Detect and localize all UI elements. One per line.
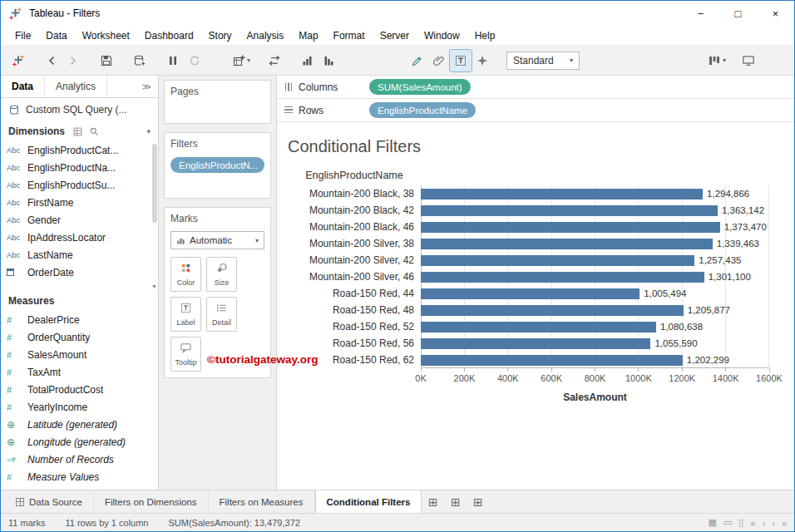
sheet-tab-conditional-filters[interactable]: Conditional Filters	[315, 490, 422, 513]
columns-shelf[interactable]: Columns SUM(SalesAmount)	[277, 76, 794, 99]
fix-axes-button[interactable]	[472, 50, 493, 71]
presentation-mode-button[interactable]	[738, 50, 759, 71]
highlight-button[interactable]	[407, 50, 428, 71]
field-salesamount[interactable]: #SalesAmount	[1, 346, 158, 363]
next-sheet-button[interactable]: ›	[772, 518, 775, 528]
jump-last-sheet-button[interactable]: »	[782, 518, 787, 528]
field-yearlyincome[interactable]: #YearlyIncome	[1, 398, 158, 416]
undo-button[interactable]	[41, 50, 62, 71]
pages-card[interactable]: Pages	[164, 80, 271, 124]
menu-server[interactable]: Server	[373, 26, 417, 45]
bar[interactable]	[421, 338, 650, 349]
tab-data[interactable]: Data	[1, 76, 45, 97]
bar[interactable]	[421, 355, 683, 366]
chart-bar-row[interactable]: Mountain-200 Black, 461,373,470	[288, 219, 769, 235]
collapse-pane-icon[interactable]: ≫	[141, 81, 158, 92]
dimensions-scrollbar[interactable]: ▼	[151, 141, 158, 291]
rows-pill[interactable]: EnglishProductName	[369, 102, 476, 118]
scrollbar-down-icon[interactable]: ▼	[151, 282, 158, 291]
show-mark-labels-button[interactable]	[450, 50, 472, 71]
new-dashboard-tab-button[interactable]: ⊞	[444, 490, 467, 513]
new-story-tab-button[interactable]: ⊞	[467, 490, 489, 513]
minimize-button[interactable]: −	[682, 1, 719, 26]
field-englishproductcat-[interactable]: AbcEnglishProductCat...	[1, 141, 158, 159]
chart-bar-row[interactable]: Mountain-200 Silver, 461,301,100	[288, 268, 769, 285]
jump-first-sheet-button[interactable]: «	[750, 518, 755, 528]
menu-story[interactable]: Story	[201, 26, 239, 45]
sheet-tab-filters-on-dimensions[interactable]: Filters on Dimensions	[94, 490, 209, 513]
chart-bar-row[interactable]: Road-150 Red, 441,005,494	[288, 285, 769, 302]
field-firstname[interactable]: AbcFirstName	[1, 194, 158, 211]
previous-sheet-button[interactable]: ‹	[763, 518, 766, 528]
pause-auto-updates-button[interactable]	[162, 50, 184, 71]
columns-pill[interactable]: SUM(SalesAmount)	[369, 79, 471, 95]
bar[interactable]	[421, 255, 694, 266]
chart-bar-row[interactable]: Road-150 Red, 521,080,638	[288, 318, 769, 335]
view-data-grid-icon[interactable]	[72, 126, 83, 137]
new-worksheet-tab-button[interactable]: ⊞	[422, 490, 444, 513]
rows-shelf[interactable]: Rows EnglishProductName	[277, 99, 794, 122]
filmstrip-icon[interactable]: ▭	[723, 517, 732, 528]
sheet-tab-data-source[interactable]: Data Source	[5, 490, 94, 513]
fit-mode-select[interactable]: Standard ▾	[506, 52, 580, 70]
field-lastname[interactable]: AbcLastName	[1, 246, 158, 264]
field-measure-values[interactable]: #Measure Values	[1, 468, 158, 485]
swap-rows-and-columns-button[interactable]	[264, 50, 285, 71]
search-icon[interactable]	[89, 126, 100, 137]
color-button[interactable]: Color	[170, 257, 201, 292]
size-button[interactable]: Size	[206, 257, 237, 292]
field-orderdate[interactable]: OrderDate	[1, 264, 158, 281]
label-button[interactable]: Label	[170, 297, 201, 332]
field-englishproductsu-[interactable]: AbcEnglishProductSu...	[1, 176, 158, 194]
field-gender[interactable]: AbcGender	[1, 211, 158, 229]
maximize-button[interactable]: □	[719, 1, 757, 26]
chart-bar-row[interactable]: Road-150 Red, 481,205,877	[288, 302, 769, 318]
field-latitude-generated-[interactable]: ⊕Latitude (generated)	[1, 416, 158, 433]
menu-format[interactable]: Format	[326, 26, 373, 45]
field-totalproductcost[interactable]: #TotalProductCost	[1, 381, 158, 398]
menu-analysis[interactable]: Analysis	[239, 26, 292, 45]
menu-data[interactable]: Data	[38, 26, 74, 45]
bar[interactable]	[421, 322, 656, 332]
dimensions-menu-caret-icon[interactable]: ▾	[146, 127, 151, 135]
show-tabs-icon[interactable]: ▯	[738, 517, 743, 528]
new-worksheet-button[interactable]: ▾	[230, 50, 252, 71]
chart-bar-row[interactable]: Mountain-200 Silver, 421,257,435	[288, 252, 769, 268]
sort-descending-button[interactable]	[318, 50, 340, 71]
bar[interactable]	[421, 222, 720, 233]
bar[interactable]	[421, 288, 639, 299]
bar[interactable]	[421, 205, 718, 216]
menu-worksheet[interactable]: Worksheet	[75, 26, 137, 45]
bar[interactable]	[421, 239, 713, 249]
detail-button[interactable]: Detail	[206, 297, 237, 332]
chart-bar-row[interactable]: Mountain-200 Black, 421,363,142	[288, 202, 769, 219]
field-dealerprice[interactable]: #DealerPrice	[1, 311, 158, 328]
filters-card[interactable]: Filters EnglishProductN...	[164, 132, 271, 199]
run-auto-updates-button[interactable]	[184, 50, 205, 71]
sort-ascending-button[interactable]	[297, 50, 318, 71]
chart-bar-row[interactable]: Mountain-200 Silver, 381,339,463	[288, 235, 769, 252]
x-axis[interactable]: 0K200K400K600K800K1000K1200K1400K1600K	[421, 368, 769, 387]
data-source-item[interactable]: Custom SQL Query (...	[1, 98, 158, 121]
scrollbar-thumb[interactable]	[152, 144, 157, 223]
new-data-source-button[interactable]	[129, 50, 151, 71]
menu-dashboard[interactable]: Dashboard	[137, 26, 201, 45]
group-members-button[interactable]	[428, 50, 450, 71]
redo-button[interactable]	[62, 50, 84, 71]
mark-type-select[interactable]: Automatic ▾	[170, 231, 264, 249]
sheet-sorter-icon[interactable]: ▦	[709, 517, 717, 528]
filter-pill[interactable]: EnglishProductN...	[170, 157, 264, 173]
field-taxamt[interactable]: #TaxAmt	[1, 363, 158, 381]
bar[interactable]	[421, 189, 703, 200]
field-longitude-generated-[interactable]: ⊕Longitude (generated)	[1, 433, 158, 451]
field-ipaddresslocator[interactable]: AbcIpAddressLocator	[1, 229, 158, 246]
save-button[interactable]	[96, 50, 117, 71]
chart-bar-row[interactable]: Road-150 Red, 561,055,590	[288, 335, 769, 352]
sheet-tab-filters-on-measures[interactable]: Filters on Measures	[209, 490, 315, 513]
field-orderquantity[interactable]: #OrderQuantity	[1, 328, 158, 346]
chart-bar-row[interactable]: Road-150 Red, 621,202,299	[288, 352, 769, 368]
tab-analytics[interactable]: Analytics	[45, 76, 107, 97]
close-button[interactable]: ×	[757, 1, 794, 26]
menu-help[interactable]: Help	[467, 26, 503, 45]
tooltip-button[interactable]: Tooltip	[170, 337, 201, 372]
